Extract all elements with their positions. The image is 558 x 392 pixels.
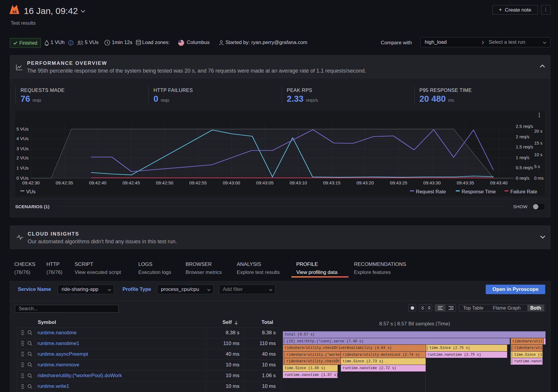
- svg-text:09:43:30: 09:43:30: [423, 180, 441, 185]
- svg-text:1 VUs: 1 VUs: [16, 165, 29, 170]
- svg-text:2 VUs: 2 VUs: [16, 155, 29, 160]
- svg-text:09:42:50: 09:42:50: [156, 180, 173, 185]
- svg-text:09:43:35: 09:43:35: [457, 180, 474, 185]
- svg-text:09:43:15: 09:43:15: [323, 180, 340, 185]
- svg-text:0.5 req/s: 0.5 req/s: [516, 165, 533, 170]
- svg-text:09:42:35: 09:42:35: [56, 180, 73, 185]
- svg-text:1 req/s: 1 req/s: [516, 155, 529, 160]
- svg-text:09:43:05: 09:43:05: [256, 180, 273, 185]
- svg-text:09:42:45: 09:42:45: [123, 180, 140, 185]
- svg-text:15 s: 15 s: [534, 141, 542, 145]
- svg-text:0 ms: 0 ms: [534, 176, 543, 181]
- svg-text:0 VUs: 0 VUs: [16, 175, 29, 181]
- svg-text:20 s: 20 s: [534, 129, 542, 134]
- svg-text:09:43:20: 09:43:20: [356, 180, 374, 185]
- svg-text:5 s: 5 s: [534, 164, 540, 169]
- svg-text:09:43:40: 09:43:40: [490, 180, 507, 185]
- svg-text:Response Time: Response Time: [462, 189, 496, 194]
- svg-text:1.5 req/s: 1.5 req/s: [516, 144, 533, 149]
- svg-text:10 s: 10 s: [534, 152, 542, 157]
- svg-text:09:43:00: 09:43:00: [223, 180, 240, 185]
- svg-text:3 VUs: 3 VUs: [16, 146, 29, 151]
- svg-text:4 VUs: 4 VUs: [16, 136, 29, 141]
- svg-text:2 req/s: 2 req/s: [516, 134, 529, 139]
- svg-text:5 VUs: 5 VUs: [16, 126, 29, 131]
- svg-text:VUs: VUs: [26, 189, 35, 194]
- svg-text:09:42:40: 09:42:40: [89, 180, 106, 185]
- svg-text:09:42:55: 09:42:55: [189, 180, 207, 185]
- svg-text:0 req/s: 0 req/s: [516, 175, 529, 181]
- svg-text:Failure Rate: Failure Rate: [510, 189, 537, 194]
- svg-text:09:42:30: 09:42:30: [22, 180, 40, 185]
- svg-text:09:43:25: 09:43:25: [390, 180, 407, 185]
- svg-text:k6: k6: [12, 10, 17, 14]
- svg-text:2.5 req/s: 2.5 req/s: [516, 124, 533, 129]
- svg-text:Request Rate: Request Rate: [416, 189, 446, 194]
- svg-text:09:43:10: 09:43:10: [290, 180, 307, 185]
